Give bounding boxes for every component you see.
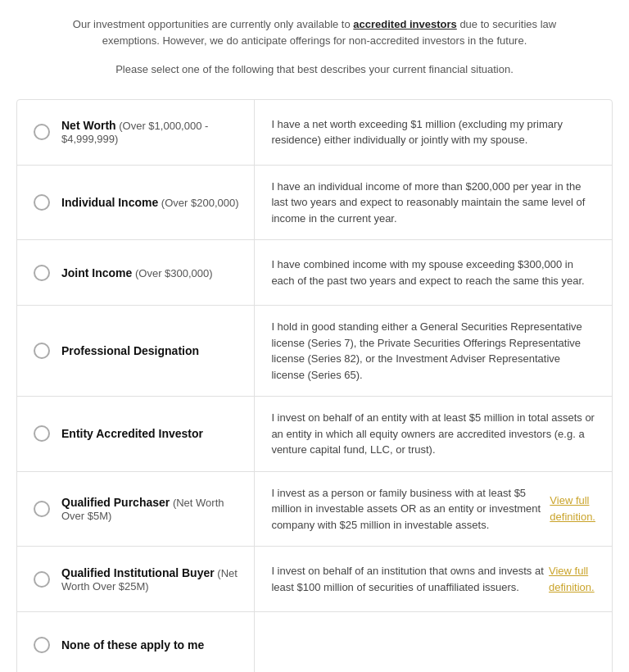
option-desc-professional-designation: I hold in good standing either a General… xyxy=(255,306,612,396)
option-row-individual-income[interactable]: Individual Income (Over $200,000) I have… xyxy=(17,166,612,241)
option-label-joint-income: Joint Income (Over $300,000) xyxy=(61,266,213,279)
option-label-professional-designation: Professional Designation xyxy=(61,344,199,357)
option-label-qualified-institutional-buyer: Qualified Institutional Buyer (Net Worth… xyxy=(61,566,241,593)
option-label-qualified-purchaser: Qualified Purchaser (Net Worth Over $5M) xyxy=(61,496,241,522)
option-left-none: None of these apply to me xyxy=(17,612,255,672)
option-row-none[interactable]: None of these apply to me xyxy=(17,612,612,672)
option-left-qualified-institutional-buyer: Qualified Institutional Buyer (Net Worth… xyxy=(17,547,255,611)
option-left-professional-designation: Professional Designation xyxy=(17,306,255,396)
radio-individual-income[interactable] xyxy=(34,194,50,211)
option-label-individual-income: Individual Income (Over $200,000) xyxy=(61,196,239,209)
option-left-qualified-purchaser: Qualified Purchaser (Net Worth Over $5M) xyxy=(17,472,255,547)
option-desc-joint-income: I have combined income with my spouse ex… xyxy=(255,240,612,305)
page-wrapper: Our investment opportunities are current… xyxy=(0,0,629,672)
option-desc-qualified-purchaser: I invest as a person or family business … xyxy=(255,472,612,547)
qualified-institutional-buyer-link[interactable]: View full definition. xyxy=(549,563,595,595)
option-left-net-worth: Net Worth (Over $1,000,000 - $4,999,999) xyxy=(17,100,255,165)
option-desc-qualified-institutional-buyer: I invest on behalf of an institution tha… xyxy=(255,547,612,611)
radio-none[interactable] xyxy=(34,637,50,653)
radio-net-worth[interactable] xyxy=(34,124,50,140)
radio-professional-designation[interactable] xyxy=(34,343,50,359)
option-label-entity-accredited-investor: Entity Accredited Investor xyxy=(61,427,203,440)
option-desc-net-worth: I have a net worth exceeding $1 million … xyxy=(255,100,612,165)
option-desc-none xyxy=(255,612,612,672)
option-label-none: None of these apply to me xyxy=(61,638,204,652)
radio-qualified-purchaser[interactable] xyxy=(34,501,50,517)
option-label-net-worth: Net Worth (Over $1,000,000 - $4,999,999) xyxy=(61,119,241,145)
option-left-individual-income: Individual Income (Over $200,000) xyxy=(17,166,255,240)
qualified-purchaser-link[interactable]: View full definition. xyxy=(550,493,595,524)
option-row-entity-accredited-investor[interactable]: Entity Accredited Investor I invest on b… xyxy=(17,397,612,472)
accredited-link[interactable]: accredited investors xyxy=(353,18,456,30)
radio-joint-income[interactable] xyxy=(34,265,50,281)
option-row-joint-income[interactable]: Joint Income (Over $300,000) I have comb… xyxy=(17,240,612,306)
option-row-net-worth[interactable]: Net Worth (Over $1,000,000 - $4,999,999)… xyxy=(17,100,612,166)
option-left-entity-accredited-investor: Entity Accredited Investor xyxy=(17,397,255,471)
intro-text-before: Our investment opportunities are current… xyxy=(73,18,354,30)
radio-entity-accredited-investor[interactable] xyxy=(34,425,50,442)
radio-qualified-institutional-buyer[interactable] xyxy=(34,571,50,588)
option-row-qualified-institutional-buyer[interactable]: Qualified Institutional Buyer (Net Worth… xyxy=(17,547,612,612)
header-intro: Our investment opportunities are current… xyxy=(0,0,629,57)
option-desc-entity-accredited-investor: I invest on behalf of an entity with at … xyxy=(255,397,612,471)
subtitle-text: Please select one of the following that … xyxy=(0,57,629,91)
option-row-qualified-purchaser[interactable]: Qualified Purchaser (Net Worth Over $5M)… xyxy=(17,472,612,547)
option-desc-individual-income: I have an individual income of more than… xyxy=(255,166,612,240)
option-row-professional-designation[interactable]: Professional Designation I hold in good … xyxy=(17,306,612,397)
option-left-joint-income: Joint Income (Over $300,000) xyxy=(17,240,255,305)
options-container: Net Worth (Over $1,000,000 - $4,999,999)… xyxy=(16,99,613,673)
